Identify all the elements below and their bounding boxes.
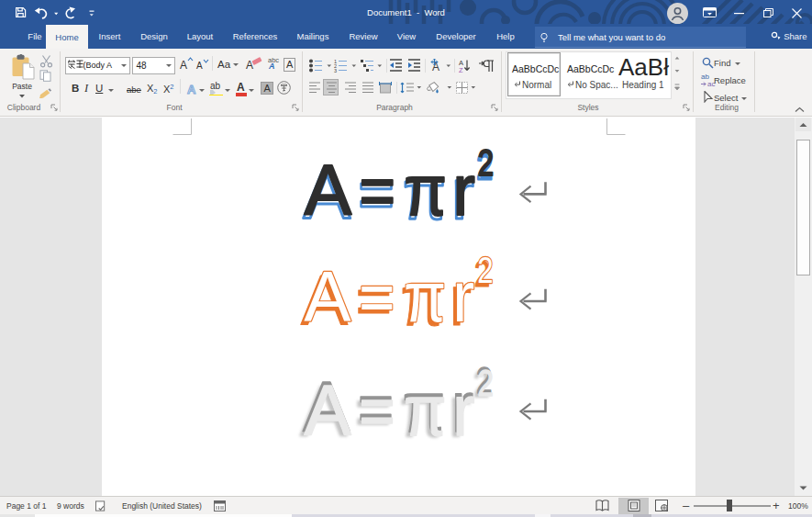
svg-text:3: 3 [334, 68, 337, 73]
svg-text:A: A [187, 83, 196, 96]
svg-text:Z: Z [459, 66, 463, 73]
